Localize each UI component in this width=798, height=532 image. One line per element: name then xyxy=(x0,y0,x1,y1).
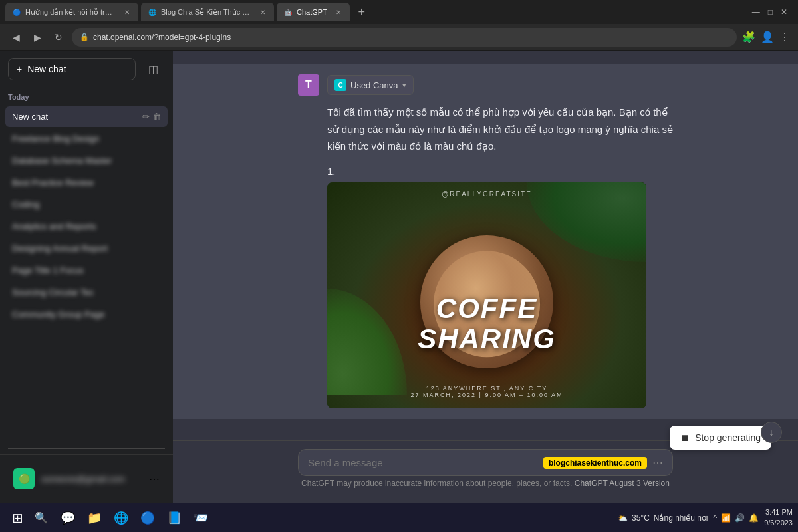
tab3-favicon: 🤖 xyxy=(283,7,293,17)
new-chat-button[interactable]: + New chat xyxy=(8,58,136,80)
message-header: T C Used Canva ▾ xyxy=(298,74,673,96)
card-title: COFFE SHARING xyxy=(418,293,556,354)
tab1-close[interactable]: ✕ xyxy=(122,7,132,17)
message-text: Tôi đã tìm thấy một số mẫu có thể phù hợ… xyxy=(327,104,673,155)
taskbar-app-6[interactable]: 📨 xyxy=(189,506,213,530)
taskbar-app-5[interactable]: 📘 xyxy=(162,506,186,530)
systray-volume[interactable]: 🔊 xyxy=(735,513,745,523)
taskbar-app-4[interactable]: 🔵 xyxy=(136,506,160,530)
image-card: @REALLYGREATSITE COFFE SHARING 123 ANYWH… xyxy=(327,182,646,408)
profile-icon[interactable]: 👤 xyxy=(761,31,774,43)
back-button[interactable]: ◀ xyxy=(8,29,24,45)
sidebar-toggle-button[interactable]: ◫ xyxy=(141,57,165,81)
tab2-favicon: 🌐 xyxy=(148,7,157,17)
card-address: 123 ANYWHERE ST., ANY CITY xyxy=(411,385,563,392)
chat-item-4[interactable]: Best Practice Review xyxy=(5,172,168,193)
user-menu-icon[interactable]: ⋯ xyxy=(149,473,160,485)
scroll-down-icon: ↓ xyxy=(769,427,774,438)
tab3-close[interactable]: ✕ xyxy=(334,7,343,17)
taskbar-clock[interactable]: 3:41 PM 9/6/2023 xyxy=(764,507,793,528)
stop-generating-button[interactable]: ⏹ Stop generating xyxy=(670,426,771,450)
chat-item-8[interactable]: Page Title 1 Focus xyxy=(5,260,168,281)
taskbar-search[interactable]: 🔍 xyxy=(29,506,53,530)
edit-icon[interactable]: ✏ xyxy=(142,112,150,122)
chat-item-6-text: Analytics and Reports xyxy=(12,221,161,231)
tab-2[interactable]: 🌐 Blog Chia Sẻ Kiến Thức Store - S ✕ xyxy=(141,3,274,21)
taskbar-right: ⛅ 35°C Nắng nhiều nơi ^ 📶 🔊 🔔 3:41 PM 9/… xyxy=(618,507,793,528)
card-title-line1: COFFE xyxy=(418,293,556,324)
new-tab-button[interactable]: + xyxy=(352,3,371,21)
weather-temp: 35°C xyxy=(632,513,650,523)
refresh-button[interactable]: ↻ xyxy=(51,29,66,45)
close-window-icon[interactable]: ✕ xyxy=(781,7,787,17)
chat-item-7[interactable]: Designing Annual Report xyxy=(5,238,168,259)
chevron-down-icon: ▾ xyxy=(402,81,406,90)
sidebar: + New chat ◫ Today New chat ✏ 🗑 Freelanc… xyxy=(0,51,173,503)
site-handle: @REALLYGREATSITE xyxy=(442,190,532,198)
forward-button[interactable]: ▶ xyxy=(29,29,45,45)
chat-item-2-text: Freelance Blog Design xyxy=(12,134,161,144)
chat-item-5-text: Coding xyxy=(12,200,161,209)
extensions-icon[interactable]: 🧩 xyxy=(742,31,755,43)
item-number: 1. xyxy=(327,166,673,177)
message-body: Tôi đã tìm thấy một số mẫu có thể phù hợ… xyxy=(298,104,673,408)
tab1-favicon: 🔵 xyxy=(12,7,21,17)
today-label: Today xyxy=(0,88,173,104)
chat-item-2[interactable]: Freelance Blog Design xyxy=(5,128,168,149)
message-input[interactable] xyxy=(308,457,543,468)
tab2-label: Blog Chia Sẻ Kiến Thức Store - S xyxy=(161,8,251,17)
systray-network: 📶 xyxy=(721,513,731,523)
window-controls: — □ ✕ xyxy=(752,7,793,17)
taskbar-app-3[interactable]: 🌐 xyxy=(109,506,133,530)
maximize-icon[interactable]: □ xyxy=(768,7,773,17)
new-chat-label: New chat xyxy=(27,64,66,74)
chat-item-8-text: Page Title 1 Focus xyxy=(12,265,161,275)
user-row[interactable]: 🟢 someone@gmail.com ⋯ xyxy=(8,463,165,495)
taskbar-app-2[interactable]: 📁 xyxy=(82,506,106,530)
app-container: + New chat ◫ Today New chat ✏ 🗑 Freelanc… xyxy=(0,51,798,503)
stop-icon: ⏹ xyxy=(680,432,690,443)
card-title-line2: SHARING xyxy=(418,324,556,354)
card-date: 27 MARCH, 2022 | 9:00 AM – 10:00 AM xyxy=(411,392,563,398)
image-card-inner: @REALLYGREATSITE COFFE SHARING 123 ANYWH… xyxy=(327,182,646,408)
weather-desc: Nắng nhiều nơi xyxy=(654,513,708,523)
tab-bar: 🔵 Hướng dẫn kết nối hỗ trợ Teamv ✕ 🌐 Blo… xyxy=(0,0,798,24)
scroll-bottom-button[interactable]: ↓ xyxy=(761,422,782,443)
systray-chevron[interactable]: ^ xyxy=(714,513,718,523)
start-button[interactable]: ⊞ xyxy=(5,506,29,530)
chat-item-5[interactable]: Coding xyxy=(5,194,168,215)
chat-item-1-text: New chat xyxy=(12,112,142,122)
input-area: blogchiasekienthuc.com ⋯ ChatGPT may pro… xyxy=(173,440,798,503)
tab-3[interactable]: 🤖 ChatGPT ✕ xyxy=(277,3,350,21)
chat-item-3[interactable]: Database Schema Master xyxy=(5,150,168,171)
chat-item-10-text: Community Group Page xyxy=(12,309,161,319)
plugin-badge[interactable]: C Used Canva ▾ xyxy=(327,75,414,95)
chat-item-4-text: Best Practice Review xyxy=(12,178,161,188)
user-avatar: 🟢 xyxy=(13,468,35,489)
more-options-icon[interactable]: ⋯ xyxy=(652,456,663,469)
chat-item-10[interactable]: Community Group Page xyxy=(5,304,168,325)
sidebar-divider xyxy=(8,448,165,449)
menu-icon[interactable]: ⋮ xyxy=(779,31,790,43)
chat-item-1[interactable]: New chat ✏ 🗑 xyxy=(5,106,168,127)
canva-icon: C xyxy=(334,79,346,91)
taskbar-app-1[interactable]: 💬 xyxy=(56,506,80,530)
notification-icon[interactable]: 🔔 xyxy=(749,513,759,523)
chat-item-9[interactable]: Sourcing Circular Tec xyxy=(5,282,168,303)
ai-avatar: T xyxy=(298,74,319,96)
url-bar[interactable]: 🔒 chat.openai.com/?model=gpt-4-plugins xyxy=(72,28,737,47)
tab2-close[interactable]: ✕ xyxy=(258,7,267,17)
toggle-icon: ◫ xyxy=(148,63,158,76)
weather-icon: ⛅ xyxy=(618,513,628,523)
disclaimer-text: ChatGPT may produce inaccurate informati… xyxy=(301,479,572,488)
address-actions: 🧩 👤 ⋮ xyxy=(742,31,790,43)
chat-item-6[interactable]: Analytics and Reports xyxy=(5,216,168,237)
address-bar: ◀ ▶ ↻ 🔒 chat.openai.com/?model=gpt-4-plu… xyxy=(0,24,798,51)
card-subtitle: 123 ANYWHERE ST., ANY CITY 27 MARCH, 202… xyxy=(411,385,563,398)
taskbar-apps: 💬 📁 🌐 🔵 📘 📨 xyxy=(56,506,213,530)
delete-icon[interactable]: 🗑 xyxy=(152,112,161,122)
input-container: blogchiasekienthuc.com ⋯ xyxy=(298,449,673,476)
disclaimer-link[interactable]: ChatGPT August 3 Version xyxy=(575,479,670,488)
tab-1[interactable]: 🔵 Hướng dẫn kết nối hỗ trợ Teamv ✕ xyxy=(5,3,138,21)
minimize-icon[interactable]: — xyxy=(752,7,760,17)
